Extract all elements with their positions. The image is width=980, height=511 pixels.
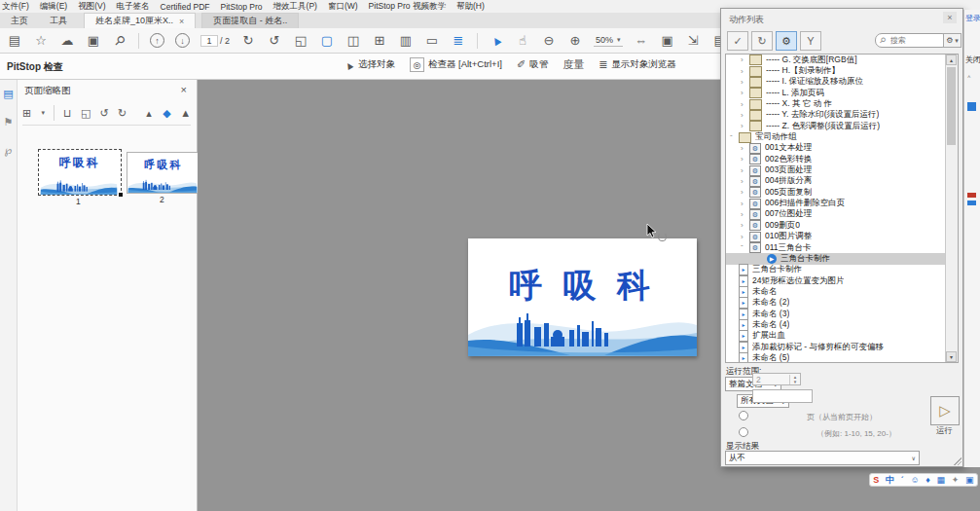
tree-row[interactable]: ▸未命名 (5): [726, 352, 958, 363]
print-icon[interactable]: ▣: [86, 33, 101, 49]
rotate-left-icon[interactable]: ↺: [99, 105, 108, 121]
resize-grip[interactable]: [954, 457, 962, 465]
insert-page-icon[interactable]: ▢: [319, 33, 335, 49]
tree-row[interactable]: ›⚙004拼版分离: [726, 176, 958, 187]
refresh-button[interactable]: ↻: [751, 31, 773, 51]
tree-row[interactable]: ˇ⚙011三角台卡: [726, 242, 958, 253]
document-tab-active[interactable]: 姓名桌牌_10厘米X.. ×: [84, 13, 196, 28]
rotate-right-icon[interactable]: ↻: [240, 33, 256, 49]
run-button[interactable]: ▷: [930, 396, 960, 425]
rotate-left-icon[interactable]: ↺: [267, 33, 282, 49]
delete-page-icon[interactable]: ⊔: [63, 105, 72, 121]
menu-item[interactable]: 增效工具(P): [273, 1, 317, 13]
object-browser-button[interactable]: ≣ 显示对象浏览器: [599, 58, 676, 71]
page-range-radio[interactable]: [739, 427, 748, 437]
tree-row[interactable]: ›----- L. 添加页码: [726, 88, 958, 98]
menu-item[interactable]: 文件(F): [2, 1, 29, 13]
expand-icon[interactable]: ›: [741, 55, 749, 64]
skin-icon[interactable]: ▣: [965, 474, 974, 486]
fullscreen-icon[interactable]: ▭: [424, 33, 440, 49]
tree-row[interactable]: ›⚙001文本处理: [726, 143, 958, 154]
settings-gear-button[interactable]: ⚙: [776, 31, 797, 51]
tree-row[interactable]: ›----- X. 其 它 动 作: [726, 98, 958, 109]
menu-item[interactable]: 窗口(W): [328, 1, 358, 13]
expand-icon[interactable]: ›: [741, 233, 749, 241]
expand-icon[interactable]: ›: [741, 111, 749, 120]
tree-row[interactable]: ▸未命名 (2): [726, 298, 958, 309]
eyedropper-button[interactable]: ✐ 吸管: [517, 58, 548, 71]
tree-row[interactable]: ›⚙003页面处理: [726, 164, 958, 175]
select-object-button[interactable]: ▲ 选择对象: [344, 58, 395, 71]
tree-row[interactable]: ›⚙006扫描件删除空白页: [726, 198, 958, 208]
tree-row[interactable]: ›⚙007位图处理: [726, 209, 958, 220]
expand-icon[interactable]: ›: [741, 166, 749, 175]
scroll-down-icon[interactable]: ▾: [946, 351, 957, 362]
tree-row[interactable]: ›----- G. 交换底图[RGB值]: [726, 55, 958, 65]
show-results-dropdown[interactable]: 从不 ∨: [725, 451, 920, 465]
search-icon[interactable]: ⚲: [109, 29, 131, 52]
expand-icon[interactable]: ›: [741, 210, 749, 219]
page-count-radio[interactable]: [739, 411, 748, 420]
page-count-stepper[interactable]: 2 ▴▾: [752, 373, 801, 385]
tab-tools[interactable]: 工具: [39, 13, 78, 28]
scrollbar[interactable]: ▴ ▾: [945, 55, 958, 362]
pdf-page[interactable]: 呼 吸 科: [468, 238, 697, 356]
tree-row[interactable]: ›⚙002色彩转换: [726, 154, 958, 164]
hand-tool-icon[interactable]: ☝: [515, 33, 530, 49]
tree-row[interactable]: ›----- H.【刻录制作】: [726, 65, 958, 76]
actual-size-icon[interactable]: ▣: [660, 33, 675, 49]
page-range-input[interactable]: [752, 389, 813, 403]
fit-page-icon[interactable]: ⇲: [686, 33, 702, 49]
scroll-up-icon[interactable]: ˄: [967, 74, 971, 80]
save-icon[interactable]: ▤: [7, 33, 22, 49]
menu-item[interactable]: Certified PDF: [161, 2, 210, 12]
thumbnail-options-icon[interactable]: ⊞: [22, 105, 31, 121]
tree-row[interactable]: ▸添加裁切标记 - 与修剪框的可变偏移: [726, 342, 958, 352]
tree-row[interactable]: ›----- I. 保证缩放及移动原位: [726, 77, 958, 88]
page-thumbnail-2[interactable]: 呼吸科: [127, 152, 200, 194]
expand-icon[interactable]: ›: [741, 100, 749, 109]
previous-page-icon[interactable]: ↑: [150, 33, 164, 48]
star-icon[interactable]: ☆: [33, 33, 49, 49]
crop-pages-icon[interactable]: ◱: [293, 33, 309, 49]
zoom-out-icon[interactable]: ⊖: [541, 33, 557, 49]
facing-pages-icon[interactable]: ▥: [398, 33, 414, 49]
tree-row[interactable]: ▸未命名 (4): [726, 319, 958, 330]
scroll-up-icon[interactable]: ▴: [946, 55, 957, 65]
expand-icon[interactable]: ›: [741, 89, 749, 97]
bookmarks-icon[interactable]: ⚑: [4, 116, 14, 128]
filter-funnel-button[interactable]: Y: [800, 31, 821, 51]
expand-icon[interactable]: ›: [741, 188, 749, 197]
menu-item[interactable]: 编辑(E): [40, 1, 67, 13]
search-input[interactable]: [889, 35, 935, 46]
thumbnail-size-marker-icon[interactable]: ◆: [163, 105, 171, 121]
tree-row[interactable]: ▸未命名: [726, 286, 958, 297]
tree-row[interactable]: ▸三角台卡制作: [726, 265, 958, 275]
select-tool-icon[interactable]: ▲: [486, 29, 507, 51]
cloud-upload-icon[interactable]: ☁: [59, 33, 75, 49]
expand-icon[interactable]: ›: [741, 221, 749, 230]
tab-home[interactable]: 主页: [0, 13, 39, 28]
fit-width-icon[interactable]: ⇔: [634, 33, 649, 49]
tree-row[interactable]: ▶三角台卡制作: [726, 253, 958, 264]
inspector-button[interactable]: ◎ 检查器 [Alt+Ctrl+I]: [410, 57, 502, 72]
close-button[interactable]: 关闭: [965, 55, 980, 65]
close-icon[interactable]: ×: [181, 84, 187, 95]
split-page-icon[interactable]: ◫: [345, 33, 361, 49]
zoom-level-dropdown[interactable]: 50%▾: [594, 34, 623, 47]
apply-check-button[interactable]: ✓: [727, 31, 748, 51]
tree-row[interactable]: ˇ宝司动作组: [726, 131, 958, 142]
tree-row[interactable]: ▸未命名 (3): [726, 309, 958, 319]
page-tiles-icon[interactable]: ⊞: [372, 33, 387, 49]
menu-item[interactable]: 视图(V): [78, 1, 105, 13]
document-tab-inactive[interactable]: 页面提取自 - 姓名..: [201, 13, 299, 28]
zoom-in-icon[interactable]: ⊕: [567, 33, 583, 49]
collapse-icon[interactable]: ˇ: [730, 133, 739, 142]
options-gear-menu-button[interactable]: ⚙ ▾: [943, 33, 962, 48]
attachments-icon[interactable]: ℘: [5, 144, 13, 157]
expand-icon[interactable]: ›: [741, 200, 749, 208]
tree-row[interactable]: ›----- Y. 去除水印(须设置后运行): [726, 110, 958, 121]
menu-item[interactable]: PitStop Pro 视频教学: [369, 1, 446, 13]
caret-down-icon[interactable]: ▾: [41, 109, 45, 117]
smaller-thumbnails-icon[interactable]: ▴: [144, 105, 153, 121]
